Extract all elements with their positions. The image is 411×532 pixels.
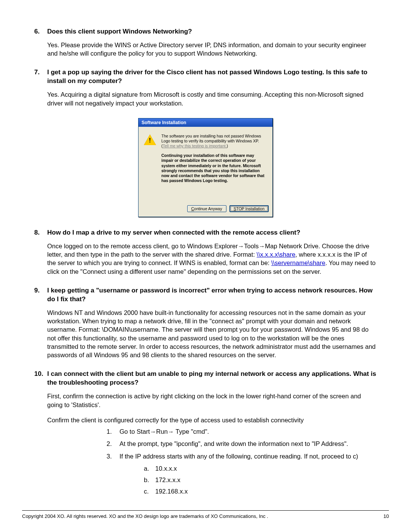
unc-path-link-ip[interactable]: \\x.x.x.x\share [256,251,295,258]
faq-item-7: 7. I get a pop up saying the driver for … [34,68,377,107]
ip-prefix-list: a. 10.x.x.x b. 172.x.x.x c. 192.168.x.x [144,464,377,496]
unc-path-link-name[interactable]: \\servername\share [271,259,325,266]
faq-answer: Windows NT and Windows 2000 have built-i… [47,308,377,359]
troubleshoot-steps: 1. Go to Start→Run→ Type "cmd". 2. At th… [107,427,377,496]
faq-question: I keep getting a "username or password i… [47,286,377,304]
continue-anyway-button[interactable]: Continue Anyway [187,205,226,212]
faq-answer: Once logged on to the remote access clie… [47,242,377,276]
document-page: 6. Does this client support Windows Netw… [0,0,411,532]
windows-dialog: Software Installation ! The software you… [138,118,273,217]
ip-prefix-c: c. 192.168.x.x [144,487,377,495]
faq-number: 8. [34,228,47,237]
faq-answer-p2: Confirm the client is configured correct… [47,416,377,424]
dialog-message: The software you are installing has not … [161,134,267,183]
dialog-title-bar: Software Installation [139,118,272,127]
faq-item-10: 10. I can connect with the client but am… [34,370,377,495]
stop-installation-button[interactable]: STOP Installation [229,205,269,212]
faq-number: 7. [34,68,47,77]
faq-number: 10. [34,370,47,379]
dialog-paragraph-1b: ) [227,144,228,148]
step-3: 3. If the IP address starts with any of … [107,452,377,460]
faq-question: How do I map a drive to my server when c… [47,228,377,237]
arrow-icon: → [150,428,156,435]
arrow-icon: → [238,243,244,249]
screenshot-software-installation-dialog: Software Installation ! The software you… [34,118,377,217]
faq-answer-p1: First, confirm the connection is active … [47,392,377,409]
arrow-icon: → [168,428,174,435]
ip-prefix-b: b. 172.x.x.x [144,476,377,484]
ip-prefix-a: a. 10.x.x.x [144,464,377,473]
page-footer: Copyright 2004 XO. All rights reserved. … [22,513,389,519]
page-number: 10 [384,513,389,519]
faq-answer: Yes. Please provide the WINS or Active D… [47,41,377,58]
faq-item-8: 8. How do I map a drive to my server whe… [34,228,377,276]
faq-item-9: 9. I keep getting a "username or passwor… [34,286,377,359]
faq-question: I get a pop up saying the driver for the… [47,68,377,86]
copyright-text: Copyright 2004 XO. All rights reserved. … [22,513,268,519]
faq-question: Does this client support Windows Network… [47,27,377,36]
step-1: 1. Go to Start→Run→ Type "cmd". [107,427,377,436]
faq-number: 6. [34,27,47,36]
arrow-icon: → [259,243,265,249]
warning-icon: ! [144,134,156,145]
tell-me-why-link[interactable]: Tell me why this testing is important. [163,144,227,148]
step-2: 2. At the prompt, type "ipconfig", and w… [107,439,377,448]
faq-number: 9. [34,286,47,295]
faq-answer: Yes. Acquiring a digital signature from … [47,90,377,107]
footer-divider [22,510,389,511]
dialog-paragraph-2: Continuing your installation of this sof… [161,153,267,183]
faq-item-6: 6. Does this client support Windows Netw… [34,27,377,58]
faq-question: I can connect with the client but am una… [47,370,377,387]
